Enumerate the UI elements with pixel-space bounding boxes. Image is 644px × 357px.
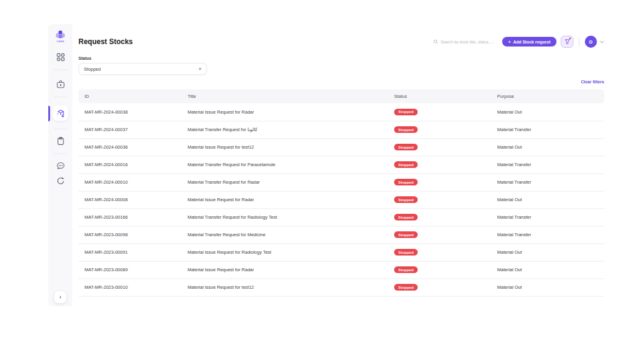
sidebar-item-stock-requests[interactable] — [53, 105, 68, 121]
sidebar-divider — [54, 97, 67, 97]
status-badge: Stopped — [394, 231, 418, 238]
table-body: MAT-MR-2024-00038 Material Issue Request… — [78, 103, 604, 296]
page-title: Request Stocks — [78, 37, 133, 46]
table-row[interactable]: MAT-MR-2024-00036 Material Issue Request… — [78, 138, 604, 156]
status-badge: Stopped — [394, 284, 418, 291]
funnel-icon — [564, 39, 570, 45]
main-content: Request Stocks + Add Stock request — [72, 24, 610, 306]
cell-purpose: Material Transfer — [491, 173, 604, 191]
table-header-row: ID Title Status Purpose — [78, 89, 604, 103]
status-badge: Stopped — [394, 249, 418, 256]
column-header-title: Title — [182, 89, 388, 103]
table-row[interactable]: MAT-MR-2023-00091 Material Issue Request… — [78, 243, 604, 261]
cell-title: Material Transfer Request for Radiology … — [182, 208, 388, 226]
cell-status: Stopped — [388, 226, 491, 243]
cell-status: Stopped — [388, 121, 491, 138]
search-input[interactable] — [441, 40, 496, 44]
cell-id: MAT-MR-2024-00008 — [78, 191, 182, 208]
cell-purpose: Material Out — [491, 138, 604, 156]
status-filter-value: Stopped — [84, 66, 101, 72]
cell-id: MAT-MR-2023-00091 — [78, 243, 182, 261]
cell-status: Stopped — [388, 208, 491, 226]
status-badge: Stopped — [394, 144, 418, 150]
column-header-id: ID — [78, 89, 182, 103]
add-stock-request-button[interactable]: + Add Stock request — [502, 37, 556, 47]
sidebar-divider — [54, 153, 67, 154]
requests-table: ID Title Status Purpose MAT-MR-2024-0003… — [78, 89, 604, 297]
cell-status: Stopped — [388, 261, 491, 278]
cell-purpose: Material Out — [491, 191, 604, 208]
clear-filters-link[interactable]: Clear filters — [581, 80, 604, 84]
vertical-divider — [579, 37, 579, 47]
cell-title: Material Issue Request for Radiology Tes… — [182, 243, 388, 261]
add-stock-request-label: Add Stock request — [513, 40, 550, 44]
user-menu[interactable]: D — [585, 36, 604, 48]
cell-purpose: Material Out — [491, 261, 604, 278]
cell-id: MAT-MR-2024-00010 — [78, 173, 182, 191]
filter-active-dot — [569, 37, 571, 39]
app-logo[interactable]: CARE — [55, 30, 66, 43]
filter-button[interactable] — [561, 36, 573, 48]
table-row[interactable]: MAT-MR-2023-00166 Material Transfer Requ… — [78, 208, 604, 226]
cell-purpose: Material Out — [491, 103, 604, 121]
sidebar-item-dashboard[interactable] — [56, 53, 65, 62]
chat-icon — [56, 161, 65, 170]
sidebar-item-history[interactable] — [56, 176, 65, 185]
care-logo-icon — [55, 30, 66, 39]
sidebar: CARE — [48, 24, 72, 306]
cell-purpose: Material Out — [491, 243, 604, 261]
column-header-purpose: Purpose — [491, 89, 604, 103]
column-header-status: Status — [388, 89, 491, 103]
cell-purpose: Material Out — [491, 278, 604, 296]
table-row[interactable]: MAT-MR-2023-00098 Material Transfer Requ… — [78, 226, 604, 243]
sidebar-item-records[interactable] — [56, 137, 65, 146]
status-badge: Stopped — [394, 214, 418, 220]
clipboard-icon — [56, 137, 65, 146]
sidebar-item-messages[interactable] — [56, 161, 65, 170]
cell-id: MAT-MR-2023-00089 — [78, 261, 182, 278]
table-row[interactable]: MAT-MR-2023-00010 Material Issue Request… — [78, 278, 604, 296]
cell-id: MAT-MR-2023-00010 — [78, 278, 182, 296]
table-row[interactable]: MAT-MR-2023-00089 Material Issue Request… — [78, 261, 604, 278]
cell-title: Material Issue Request for test12 — [182, 278, 388, 296]
logo-caption: CARE — [57, 40, 65, 43]
cell-title: Material Transfer Request for Radar — [182, 173, 388, 191]
table-row[interactable]: MAT-MR-2024-00010 Material Transfer Requ… — [78, 173, 604, 191]
cell-id: MAT-MR-2024-00016 — [78, 156, 182, 173]
sidebar-collapse-button[interactable]: › — [54, 291, 66, 303]
refresh-icon — [56, 176, 65, 185]
sidebar-item-inventory[interactable] — [56, 80, 65, 89]
plus-icon: + — [508, 40, 511, 44]
search-icon — [433, 39, 438, 44]
close-icon[interactable]: × — [199, 66, 202, 72]
cell-purpose: Material Transfer — [491, 121, 604, 138]
cell-title: Material Issue Request for test12 — [182, 138, 388, 156]
table-row[interactable]: MAT-MR-2024-00038 Material Issue Request… — [78, 103, 604, 121]
status-filter-select[interactable]: Stopped × — [78, 63, 207, 75]
cell-title: Material Transfer Request for كالونا — [182, 121, 388, 138]
status-badge: Stopped — [394, 109, 418, 115]
cell-title: Material Transfer Request for Paracetamo… — [182, 156, 388, 173]
active-indicator-bar — [48, 106, 50, 121]
cell-purpose: Material Transfer — [491, 226, 604, 243]
cell-id: MAT-MR-2024-00038 — [78, 103, 182, 121]
table-row[interactable]: MAT-MR-2024-00037 Material Transfer Requ… — [78, 121, 604, 138]
cell-title: Material Issue Request for Radar — [182, 103, 388, 121]
cell-id: MAT-MR-2024-00037 — [78, 121, 182, 138]
avatar: D — [585, 36, 597, 48]
topbar: Request Stocks + Add Stock request — [78, 35, 604, 48]
briefcase-plus-icon — [56, 80, 65, 89]
status-filter-label: Status — [78, 56, 604, 60]
sidebar-divider — [54, 69, 67, 70]
table-row[interactable]: MAT-MR-2024-00008 Material Issue Request… — [78, 191, 604, 208]
status-badge: Stopped — [394, 126, 418, 133]
cell-id: MAT-MR-2023-00098 — [78, 226, 182, 243]
cell-purpose: Material Transfer — [491, 156, 604, 173]
cell-id: MAT-MR-2024-00036 — [78, 138, 182, 156]
app-window: CARE — [48, 24, 610, 306]
cell-id: MAT-MR-2023-00166 — [78, 208, 182, 226]
cell-status: Stopped — [388, 103, 491, 121]
cell-status: Stopped — [388, 138, 491, 156]
cell-purpose: Material Transfer — [491, 208, 604, 226]
table-row[interactable]: MAT-MR-2024-00016 Material Transfer Requ… — [78, 156, 604, 173]
